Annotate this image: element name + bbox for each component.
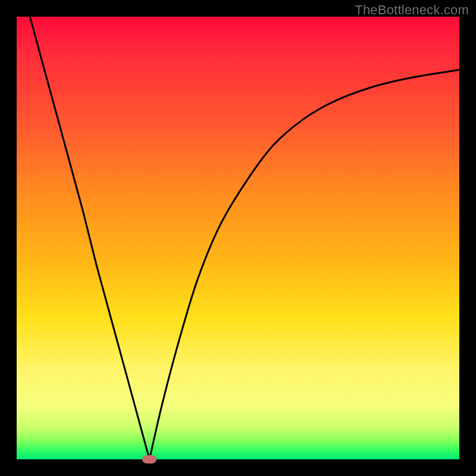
plot-area	[17, 17, 459, 459]
watermark-text: TheBottleneck.com	[355, 2, 469, 18]
chart-frame: TheBottleneck.com	[0, 0, 476, 476]
min-marker	[142, 455, 156, 464]
right-branch-line	[149, 70, 459, 459]
curve-svg	[17, 17, 459, 459]
left-branch-line	[30, 17, 149, 459]
